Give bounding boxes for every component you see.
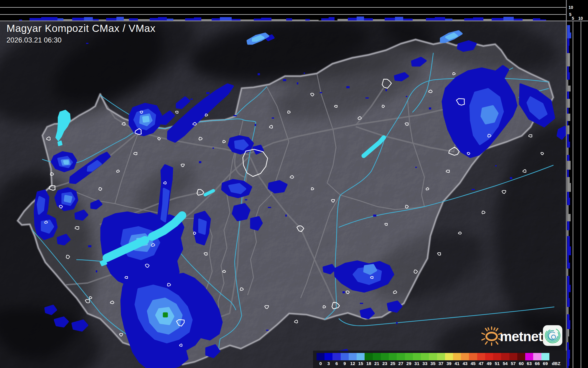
right-profile-bar bbox=[567, 366, 569, 368]
color-scale-swatches bbox=[317, 353, 563, 360]
right-profile-bar bbox=[567, 183, 571, 192]
right-profile-canvas bbox=[566, 22, 588, 368]
dbz-tick-label: 69 bbox=[541, 361, 549, 366]
dbz-tick-label: 63 bbox=[525, 361, 533, 366]
right-profile-bar bbox=[567, 44, 569, 53]
precipitation-dot bbox=[107, 234, 109, 235]
right-profile-bar bbox=[567, 108, 569, 114]
right-profile-bar bbox=[567, 230, 569, 236]
dbz-tick-label: 25 bbox=[389, 361, 397, 366]
top-profile-bar bbox=[321, 18, 329, 21]
dbz-tick-label: 27 bbox=[397, 361, 405, 366]
metnet-logo: metnet bbox=[480, 322, 566, 349]
top-profile-bar bbox=[63, 19, 72, 21]
precipitation-dot bbox=[297, 82, 298, 84]
precipitation-dot bbox=[342, 291, 345, 293]
precipitation-dot bbox=[245, 199, 247, 200]
top-profile-bar bbox=[540, 19, 546, 21]
right-profile-bar bbox=[567, 161, 571, 170]
precipitation-dot bbox=[360, 303, 363, 304]
dbz-swatch bbox=[381, 353, 389, 360]
dbz-swatch bbox=[453, 353, 461, 360]
dbz-swatch bbox=[413, 353, 421, 360]
top-profile-bar bbox=[261, 18, 271, 21]
right-profile-bar bbox=[567, 32, 571, 38]
dbz-swatch bbox=[421, 353, 429, 360]
dbz-tick-label: 0 bbox=[317, 361, 325, 366]
precipitation-dot bbox=[88, 245, 91, 247]
precipitation-dot bbox=[213, 148, 214, 149]
top-profile-bar bbox=[29, 18, 41, 21]
dbz-tick-label: 57 bbox=[509, 361, 517, 366]
dbz-swatch bbox=[373, 353, 381, 360]
right-profile-bar bbox=[567, 314, 569, 320]
top-profile-bar bbox=[464, 18, 473, 21]
dbz-swatch bbox=[517, 353, 525, 360]
right-profile-bar bbox=[567, 336, 568, 342]
precipitation-cell bbox=[164, 313, 167, 316]
precipitation-dot bbox=[495, 165, 497, 166]
top-profile-bar bbox=[329, 17, 335, 21]
precipitation-dot bbox=[285, 215, 287, 217]
top-profile-bar bbox=[292, 19, 305, 21]
right-profile-bar bbox=[567, 276, 569, 285]
dbz-tick-label: 31 bbox=[413, 361, 421, 366]
timestamp: 2026.03.21 06:30 bbox=[6, 36, 156, 44]
dbz-tick-label: 39 bbox=[445, 361, 453, 366]
top-profile-bar bbox=[403, 19, 413, 21]
top-profile-bar bbox=[445, 19, 452, 21]
axis-tick-label: 5 bbox=[572, 16, 574, 21]
right-profile-bar bbox=[567, 320, 570, 329]
top-profile-bar bbox=[129, 18, 138, 21]
precipitation-dot bbox=[142, 264, 145, 266]
top-profile-bar bbox=[194, 17, 201, 21]
precipitation-dot bbox=[272, 117, 274, 119]
precipitation-cell bbox=[65, 196, 71, 202]
right-profile-bar bbox=[567, 205, 569, 214]
right-profile-bar bbox=[567, 269, 568, 276]
top-profile-bar bbox=[413, 19, 426, 21]
dbz-spacer bbox=[549, 353, 563, 360]
dbz-tick-label: 29 bbox=[405, 361, 413, 366]
dbz-swatch bbox=[341, 353, 349, 360]
dbz-unit-label: dBZ bbox=[549, 361, 563, 366]
dbz-swatch bbox=[429, 353, 437, 360]
top-profile-bar bbox=[41, 17, 57, 21]
top-profile-canvas: 105510 bbox=[0, 0, 588, 22]
dbz-swatch bbox=[332, 353, 340, 360]
right-profile-bar bbox=[567, 99, 570, 108]
right-profile-bar bbox=[567, 350, 570, 359]
page-title: Magyar Kompozit CMax / VMax bbox=[6, 22, 156, 34]
top-profile-bar bbox=[395, 17, 403, 21]
precipitation-dot bbox=[255, 124, 256, 126]
metnet-app-icon bbox=[543, 325, 563, 346]
dbz-tick-label: 33 bbox=[421, 361, 429, 366]
top-profile-bar bbox=[106, 18, 116, 21]
precipitation-dot bbox=[346, 86, 350, 88]
right-profile-bar bbox=[567, 198, 570, 205]
top-profile-bar bbox=[185, 18, 194, 21]
top-profile-bar bbox=[286, 18, 292, 21]
precipitation-cell bbox=[269, 181, 286, 192]
dbz-tick-label: 9 bbox=[341, 361, 349, 366]
dbz-swatch bbox=[501, 353, 509, 360]
right-profile-bar bbox=[567, 246, 571, 255]
right-profile-bar bbox=[567, 114, 570, 121]
precipitation-dot bbox=[206, 92, 210, 94]
precipitation-dot bbox=[199, 161, 201, 163]
dbz-swatch bbox=[389, 353, 397, 360]
dbz-swatch bbox=[461, 353, 469, 360]
right-profile-bar bbox=[567, 86, 571, 91]
right-profile-bar bbox=[567, 72, 570, 80]
right-profile-bar bbox=[567, 80, 568, 86]
top-profile-bar bbox=[373, 19, 385, 21]
sun-icon bbox=[482, 327, 501, 345]
top-profile-bar bbox=[57, 18, 63, 21]
color-scale-labels: 0369121518212325272931333537394143454749… bbox=[317, 361, 563, 366]
dbz-swatch bbox=[477, 353, 485, 360]
dbz-swatch bbox=[357, 353, 365, 360]
dbz-swatch bbox=[533, 353, 541, 360]
precipitation-dot bbox=[304, 73, 305, 74]
right-profile-bar bbox=[567, 66, 569, 72]
precipitation-dot bbox=[429, 107, 431, 109]
